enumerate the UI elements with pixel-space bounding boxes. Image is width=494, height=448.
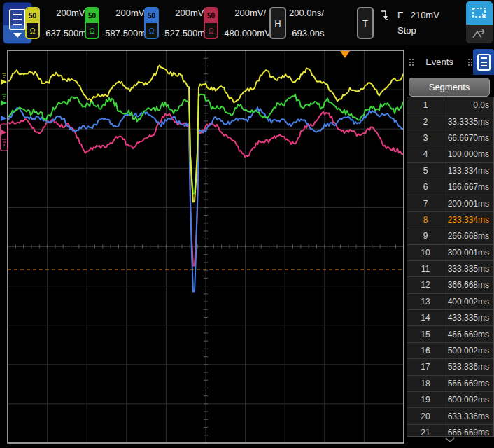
segment-row[interactable]: 19600.002ms — [407, 392, 493, 408]
segment-number: 21 — [407, 425, 444, 437]
waveform-pan-icon — [472, 28, 487, 41]
segment-row[interactable]: 12366.668ms — [407, 277, 493, 293]
channel-2-marker[interactable] — [1, 94, 7, 106]
channel-1-marker[interactable] — [1, 74, 7, 85]
horizontal-readout[interactable]: 200.0ns/ -693.0ns — [289, 7, 338, 39]
channel-4-marker[interactable] — [1, 124, 8, 150]
segment-time: 166.667ms — [444, 182, 493, 192]
segment-row[interactable]: 9266.668ms — [407, 228, 493, 244]
channel-2-readout[interactable]: 200mV/ -587.500mV — [102, 7, 147, 39]
segment-time: 666.669ms — [444, 428, 493, 437]
segment-row[interactable]: 10.0s — [407, 97, 493, 113]
menu-list-icon — [9, 9, 26, 30]
trigger-label: T — [362, 18, 368, 29]
waveform-display[interactable] — [0, 46, 406, 448]
segment-number: 19 — [407, 392, 444, 407]
horizontal-group: H 200.0ns/ -693.0ns — [269, 7, 338, 39]
segment-row[interactable]: 366.6670ms — [407, 130, 493, 146]
segment-row[interactable]: 15466.669ms — [407, 326, 493, 342]
drag-grip-icon[interactable] — [468, 59, 470, 60]
ohm-icon: Ω — [146, 23, 157, 38]
horizontal-badge[interactable]: H — [269, 7, 286, 39]
channel-4-readout[interactable]: 200mV/ -480.000mV — [221, 7, 266, 39]
segment-time: 200.001ms — [444, 199, 493, 209]
ohm-icon: Ω — [27, 23, 38, 38]
channel-1-scale: 200mV/ — [43, 8, 87, 18]
segment-time: 300.001ms — [444, 248, 493, 258]
segment-row[interactable]: 17533.336ms — [407, 359, 493, 375]
segment-time: 266.668ms — [444, 231, 493, 241]
segment-time: 100.000ms — [444, 149, 493, 159]
segment-number: 13 — [407, 294, 444, 309]
trigger-mode: E — [397, 10, 404, 20]
segment-row[interactable]: 16500.002ms — [407, 343, 493, 359]
segment-time: 566.669ms — [444, 379, 493, 388]
trigger-position-icon[interactable] — [340, 51, 350, 58]
segment-time: 500.002ms — [444, 346, 493, 356]
timebase-scale: 200.0ns/ — [289, 8, 338, 18]
segment-number: 14 — [407, 310, 444, 326]
timebase-delay: -693.0ns — [289, 28, 338, 38]
segment-number: 4 — [407, 146, 444, 162]
events-menu-button[interactable] — [473, 49, 494, 75]
segment-number: 12 — [407, 277, 444, 293]
segment-time: 633.336ms — [444, 412, 493, 421]
waveform-pan-button[interactable] — [466, 25, 493, 43]
segment-row[interactable]: 14433.335ms — [407, 310, 493, 326]
segment-row[interactable]: 10300.001ms — [407, 245, 493, 261]
events-panel-title: Events — [414, 57, 465, 67]
channel-3-group: 50 Ω 200mV/ -527.500mV — [144, 7, 206, 39]
ohm-icon: Ω — [86, 23, 98, 38]
channel-4-scale: 200mV/ — [221, 8, 266, 18]
segment-number: 6 — [407, 179, 444, 195]
segment-time: 600.002ms — [444, 395, 493, 405]
segment-number: 17 — [407, 359, 444, 374]
top-toolbar: 50 Ω 200mV/ -637.500mV 50 Ω 200mV/ -587.… — [0, 0, 494, 46]
acquisition-status: Stop — [397, 25, 439, 36]
oscilloscope-screen: { "toolbar": { "channels": [ {"id":"1","… — [0, 0, 494, 448]
channel-2-badge[interactable]: 50 Ω — [85, 7, 99, 39]
segment-number: 8 — [407, 212, 444, 227]
segment-time: 133.334ms — [444, 166, 493, 176]
segment-row[interactable]: 18566.669ms — [407, 376, 493, 392]
segment-row[interactable]: 4100.000ms — [407, 146, 493, 162]
zoom-select-icon — [471, 6, 488, 20]
channel-4-badge[interactable]: 50 Ω — [204, 7, 218, 39]
trigger-level: 210mV — [411, 10, 439, 20]
segment-number: 9 — [407, 228, 444, 244]
events-panel: Events Segments 10.0s233.3335ms366.6670m… — [406, 46, 494, 448]
segment-time: 233.334ms — [444, 215, 493, 225]
channel-3-badge[interactable]: 50 Ω — [144, 7, 159, 39]
ohm-icon: Ω — [205, 23, 217, 38]
segment-row[interactable]: 5133.334ms — [407, 163, 493, 179]
display-tool-buttons — [466, 1, 493, 44]
segment-number: 5 — [407, 163, 444, 178]
segments-table: 10.0s233.3335ms366.6670ms4100.000ms5133.… — [407, 97, 494, 437]
segment-time: 33.3335ms — [444, 117, 493, 127]
segment-row[interactable]: 11333.335ms — [407, 261, 493, 277]
channel-1-offset: -637.500mV — [43, 28, 87, 38]
segment-row[interactable]: 233.3335ms — [407, 113, 493, 130]
zoom-select-button[interactable] — [466, 1, 493, 24]
drag-grip-icon[interactable] — [409, 59, 411, 60]
segments-button[interactable]: Segments — [409, 78, 490, 97]
segment-row[interactable]: 21666.669ms — [407, 425, 493, 437]
segment-number: 16 — [407, 343, 444, 358]
events-panel-header[interactable]: Events — [406, 49, 494, 75]
segment-row[interactable]: 20633.336ms — [407, 408, 493, 424]
channel-3-offset: -527.500mV — [162, 28, 206, 38]
segment-row[interactable]: 6166.667ms — [407, 179, 493, 195]
chevron-down-icon — [13, 33, 22, 38]
scroll-down-chevron[interactable] — [406, 438, 494, 442]
channel-3-marker[interactable] — [1, 115, 7, 121]
channel-1-badge[interactable]: 50 Ω — [25, 7, 40, 39]
segment-number: 2 — [407, 113, 444, 129]
channel-4-group: 50 Ω 200mV/ -480.000mV — [204, 7, 266, 39]
segment-row[interactable]: 8233.334ms — [407, 212, 493, 228]
segment-row[interactable]: 7200.001ms — [407, 195, 493, 211]
segment-row[interactable]: 13400.002ms — [407, 294, 493, 310]
channel-1-readout[interactable]: 200mV/ -637.500mV — [43, 7, 87, 39]
segment-number: 18 — [407, 376, 444, 391]
channel-3-readout[interactable]: 200mV/ -527.500mV — [162, 7, 206, 39]
trigger-badge[interactable]: T — [357, 7, 374, 39]
